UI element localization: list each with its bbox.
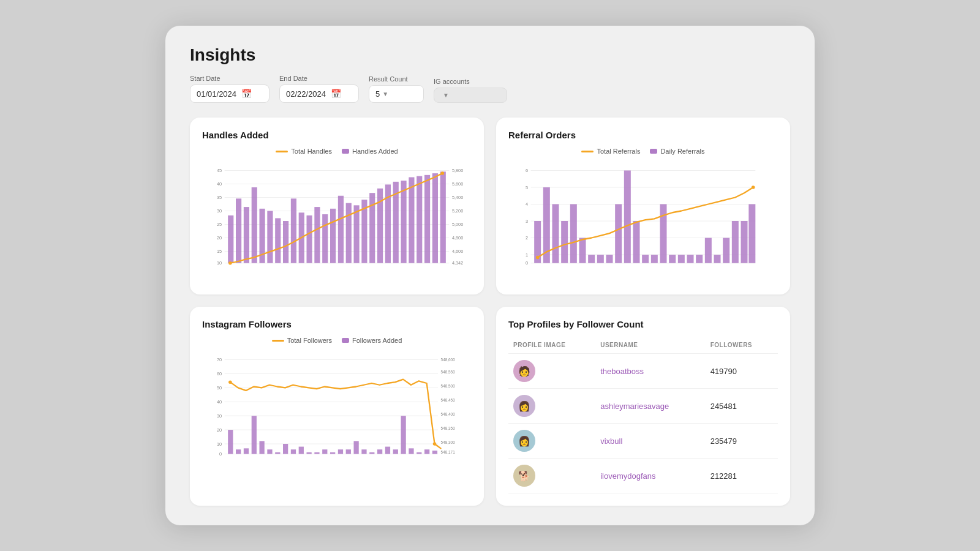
svg-rect-86 xyxy=(606,255,613,263)
svg-rect-89 xyxy=(633,221,640,263)
username-value[interactable]: theboatboss xyxy=(600,367,644,376)
svg-rect-132 xyxy=(252,416,257,454)
svg-text:5,400: 5,400 xyxy=(452,195,463,200)
svg-rect-93 xyxy=(669,255,676,263)
top-profiles-card: Top Profiles by Follower Count PROFILE I… xyxy=(496,307,790,506)
username-value[interactable]: ashleymariesavage xyxy=(600,402,669,411)
followers-chart-area: 70 60 50 40 30 20 10 0 548,600 548,550 5… xyxy=(202,349,472,471)
svg-text:4,600: 4,600 xyxy=(452,249,463,254)
followers-added-label: Followers Added xyxy=(352,337,402,344)
table-row: 🐕 ilovemydogfans 212281 xyxy=(508,459,778,493)
profiles-table: PROFILE IMAGE USERNAME FOLLOWERS 🧑 thebo… xyxy=(508,337,778,493)
total-handles-line-indicator xyxy=(276,151,288,152)
svg-rect-140 xyxy=(314,452,319,454)
svg-rect-25 xyxy=(236,198,241,263)
followers-cell: 235479 xyxy=(706,424,778,459)
svg-text:1: 1 xyxy=(526,252,528,258)
svg-text:40: 40 xyxy=(217,181,222,187)
followers-legend-added: Followers Added xyxy=(342,337,402,344)
col-username: USERNAME xyxy=(595,337,705,354)
handles-chart-area: 45 40 35 30 25 20 15 10 5,800 5,600 5,40… xyxy=(202,160,472,282)
svg-rect-155 xyxy=(432,451,437,454)
svg-rect-143 xyxy=(338,449,343,454)
svg-rect-135 xyxy=(275,452,280,454)
svg-text:548,171: 548,171 xyxy=(441,451,456,455)
username-value[interactable]: ilovemydogfans xyxy=(600,471,655,481)
total-referrals-line-indicator xyxy=(581,151,594,152)
svg-rect-97 xyxy=(705,238,712,263)
filters-row: Start Date 01/01/2024 📅 End Date 02/22/2… xyxy=(190,75,790,103)
svg-rect-133 xyxy=(260,441,265,454)
svg-text:45: 45 xyxy=(217,168,222,173)
svg-rect-39 xyxy=(346,203,352,263)
daily-referrals-label: Daily Referrals xyxy=(660,148,704,155)
svg-rect-85 xyxy=(597,255,604,263)
col-profile-image: PROFILE IMAGE xyxy=(508,337,595,354)
svg-rect-136 xyxy=(283,444,288,454)
page-title: Insights xyxy=(190,45,790,65)
handles-legend-added: Handles Added xyxy=(342,148,398,155)
followers-legend-total: Total Followers xyxy=(272,337,332,344)
svg-rect-48 xyxy=(417,176,422,263)
handles-added-bar-indicator xyxy=(342,149,349,154)
svg-text:2: 2 xyxy=(526,235,528,241)
svg-rect-149 xyxy=(385,447,390,454)
svg-rect-142 xyxy=(330,452,335,454)
username-value[interactable]: vixbull xyxy=(600,437,622,446)
svg-rect-36 xyxy=(322,214,328,263)
chevron-down-icon-2: ▼ xyxy=(443,92,449,99)
svg-rect-80 xyxy=(552,204,559,263)
svg-rect-129 xyxy=(228,430,233,454)
svg-rect-90 xyxy=(642,255,649,263)
svg-rect-92 xyxy=(660,204,667,263)
followers-cell: 245481 xyxy=(706,389,778,424)
result-count-select[interactable]: 5 ▼ xyxy=(369,85,424,103)
followers-added-bar-indicator xyxy=(342,338,349,343)
svg-rect-43 xyxy=(377,189,383,263)
ig-accounts-select[interactable]: ▼ xyxy=(434,88,507,103)
svg-text:5,200: 5,200 xyxy=(452,208,463,214)
profile-image-cell: 🧑 xyxy=(508,354,595,389)
followers-value: 245481 xyxy=(710,402,737,411)
svg-rect-88 xyxy=(624,171,631,263)
svg-text:3: 3 xyxy=(526,219,528,224)
svg-rect-49 xyxy=(424,175,430,263)
svg-rect-147 xyxy=(369,452,374,454)
referral-legend-total: Total Referrals xyxy=(581,148,640,155)
svg-text:25: 25 xyxy=(217,222,222,227)
start-date-label: Start Date xyxy=(190,75,270,82)
svg-text:548,600: 548,600 xyxy=(441,358,456,362)
svg-point-156 xyxy=(228,380,232,384)
svg-rect-50 xyxy=(432,173,438,263)
svg-rect-130 xyxy=(236,449,241,454)
svg-rect-152 xyxy=(409,448,413,454)
instagram-followers-card: Instagram Followers Total Followers Foll… xyxy=(190,307,484,506)
start-date-input[interactable]: 01/01/2024 📅 xyxy=(190,84,270,103)
svg-point-103 xyxy=(536,256,540,260)
result-count-label: Result Count xyxy=(369,75,424,83)
app-container: Insights Start Date 01/01/2024 📅 End Dat… xyxy=(165,26,815,525)
svg-rect-37 xyxy=(330,209,336,263)
svg-rect-145 xyxy=(354,441,359,454)
svg-rect-134 xyxy=(267,449,272,454)
handles-legend: Total Handles Handles Added xyxy=(202,148,472,155)
svg-rect-40 xyxy=(354,205,360,263)
svg-rect-87 xyxy=(615,204,622,263)
table-row: 👩 vixbull 235479 xyxy=(508,424,778,459)
svg-text:20: 20 xyxy=(217,427,222,433)
end-date-input[interactable]: 02/22/2024 📅 xyxy=(279,84,359,103)
svg-text:4: 4 xyxy=(526,201,528,207)
svg-rect-148 xyxy=(377,449,382,454)
result-count-value: 5 xyxy=(375,89,380,99)
table-row: 🧑 theboatboss 419790 xyxy=(508,354,778,389)
end-date-group: End Date 02/22/2024 📅 xyxy=(279,75,359,103)
username-cell: vixbull xyxy=(595,424,705,459)
svg-text:548,350: 548,350 xyxy=(441,426,456,430)
ig-accounts-group: IG accounts ▼ xyxy=(434,78,507,103)
col-followers: FOLLOWERS xyxy=(706,337,778,354)
svg-rect-30 xyxy=(275,218,281,263)
svg-text:548,550: 548,550 xyxy=(441,370,456,374)
total-referrals-label: Total Referrals xyxy=(597,148,640,155)
svg-text:40: 40 xyxy=(217,399,222,405)
username-cell: theboatboss xyxy=(595,354,705,389)
